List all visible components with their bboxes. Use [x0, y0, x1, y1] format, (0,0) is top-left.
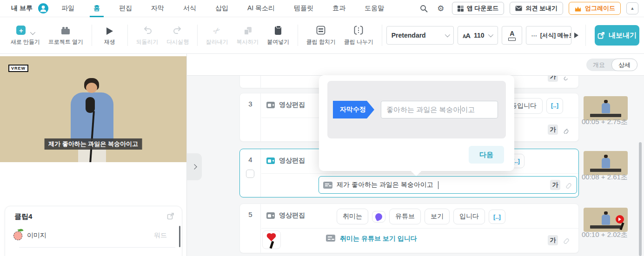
app-download-button[interactable]: 앱 다운로드 [452, 2, 505, 15]
video-clip-icon [266, 102, 275, 108]
app-grid-icon [458, 6, 464, 12]
format-menu-button[interactable]: ⋯ [서식] 메뉴로 [526, 26, 571, 45]
view-mode-switch: 개요 상세 [586, 59, 637, 71]
menu-edit[interactable]: 편집 [118, 0, 133, 17]
style-button[interactable]: 가 [548, 125, 558, 135]
row-number-cell [240, 76, 261, 88]
menu-effects[interactable]: 효과 [332, 0, 346, 17]
redo-button: 다시실행 [162, 25, 193, 46]
video-preview[interactable]: VREW 제가 좋아하는 과일은 복숭아이고 [0, 56, 186, 162]
redo-icon [173, 26, 183, 35]
subtitle-text[interactable]: 취미는 유튜브 보기 입니다 [340, 235, 417, 243]
copy-icon [244, 27, 252, 35]
inserted-image-thumbnail[interactable] [262, 230, 281, 249]
font-family-select[interactable]: Pretendard [386, 26, 454, 45]
toolbar-divider [382, 25, 382, 46]
menubar: 내 브루 파일 홈 편집 자막 서식 삽입 AI 목소리 템플릿 효과 도움말 … [0, 0, 644, 17]
word-chip[interactable]: 보기 [425, 209, 450, 224]
clip-thumbnail-3[interactable] [584, 96, 628, 120]
clip-thumbnail-5[interactable] [584, 208, 628, 232]
menu-file[interactable]: 파일 [60, 0, 75, 17]
row-number: 3 [240, 100, 261, 108]
peach-image-icon [13, 231, 22, 240]
thumbnail-time: 00:10 + 2.02초 [582, 230, 633, 239]
word-chip[interactable]: 입니다 [453, 209, 485, 224]
broken-link-icon[interactable] [564, 181, 572, 189]
thumbnail-time: 00:05 + 2.75초 [582, 118, 633, 126]
toolbar-more-arrow[interactable] [574, 33, 578, 38]
list-header: 개요 상세 [187, 54, 644, 76]
paste-icon [275, 26, 281, 35]
word-chips: 취미는 유튜브 보기 입니다 [..] [337, 209, 505, 224]
next-button[interactable]: 다음 [469, 146, 504, 164]
send-feedback-button[interactable]: 의견 보내기 [510, 2, 563, 15]
upgrade-button[interactable]: 업그레이드 [569, 2, 621, 15]
word-chip[interactable]: 취미는 [337, 209, 368, 224]
export-button[interactable]: 내보내기 [595, 25, 639, 46]
chevron-down-icon[interactable] [30, 30, 35, 35]
menu-template[interactable]: 템플릿 [293, 0, 314, 17]
new-project-button[interactable]: + 새로 만들기 [7, 25, 44, 46]
play-icon [106, 27, 113, 35]
external-link-icon[interactable] [167, 212, 174, 220]
tab-overview[interactable]: 개요 [586, 61, 611, 69]
style-button[interactable]: 가 [548, 76, 558, 82]
style-button[interactable]: 가 [550, 180, 560, 190]
clip-type: 영상편집 [266, 157, 305, 165]
pause-chip[interactable]: [..] [546, 98, 563, 114]
split-clip-button[interactable]: 클립 나누기 [340, 25, 378, 46]
menu-format[interactable]: 서식 [182, 0, 197, 17]
crown-icon [574, 6, 582, 12]
link-icon[interactable] [562, 76, 570, 81]
menubar-right: ⚙ 앱 다운로드 의견 보내기 업그레이드 ▲ [418, 2, 638, 15]
font-size-icon: AA [463, 32, 470, 39]
cut-button: ✂ 잘라내기 [202, 25, 232, 46]
link-icon[interactable] [562, 126, 570, 134]
menu-insert[interactable]: 삽입 [214, 0, 229, 17]
list-scrollbar[interactable] [639, 142, 642, 256]
video-subtitle-overlay: 제가 좋아하는 과일은 복숭아이고 [44, 138, 142, 150]
font-color-button[interactable]: A [502, 26, 522, 45]
thumbnail-time: 00:08 + 2.61초 [582, 173, 633, 182]
settings-gear-icon[interactable]: ⚙ [435, 3, 446, 14]
row-checkbox[interactable] [246, 170, 254, 178]
broken-link-icon[interactable] [562, 236, 570, 244]
font-size-select[interactable]: AA 110 [458, 26, 498, 45]
menu-items: 파일 홈 편집 자막 서식 삽입 AI 목소리 템플릿 효과 도움말 [60, 0, 385, 17]
menu-home[interactable]: 홈 [93, 0, 101, 17]
collapse-toolbar-button[interactable]: ▲ [626, 2, 638, 14]
undo-button: 되돌리기 [132, 25, 163, 46]
video-clip-icon [266, 212, 275, 219]
clip-image-item[interactable]: 이미지 워드 [13, 228, 175, 243]
subtitle-edit-popup: 자막수정 좋아하는 과일은 복숭아 이고 다음 [319, 75, 514, 171]
play-button[interactable]: 재생 [96, 25, 123, 46]
word-chip[interactable]: 유튜브 [389, 209, 421, 224]
subtitle-icon [323, 182, 332, 189]
tab-detail[interactable]: 상세 [611, 59, 637, 71]
chevron-down-icon [488, 32, 493, 37]
card-scrollbar[interactable] [179, 226, 180, 247]
panel-expander[interactable] [187, 153, 202, 180]
clip-type: 영상편집 [266, 211, 305, 220]
menu-help[interactable]: 도움말 [364, 0, 385, 17]
clip-card-title: 클립4 [14, 212, 32, 221]
divider [261, 173, 578, 174]
user-avatar[interactable] [38, 3, 48, 13]
search-icon[interactable] [418, 3, 430, 14]
menu-ai-voice[interactable]: AI 목소리 [246, 0, 276, 17]
clip-thumbnail-4[interactable] [584, 151, 628, 175]
mail-icon [515, 6, 522, 11]
merge-clips-button[interactable]: 클립 합치기 [302, 25, 340, 46]
pause-chip[interactable]: [..] [489, 210, 505, 224]
toolbar-divider [92, 25, 92, 46]
paste-button[interactable]: 붙여넣기 [263, 25, 293, 46]
subtitle-tools: 가 [548, 235, 570, 245]
image-word-chip[interactable] [372, 211, 385, 223]
open-project-button[interactable]: 프로젝트 열기 [44, 25, 87, 46]
subtitle-edit-input[interactable]: 제가 좋아하는 과일은 복숭아이고 가 [319, 176, 577, 194]
style-button[interactable]: 가 [548, 235, 558, 245]
text-cursor [438, 181, 438, 189]
clip-row-5[interactable]: 5 영상편집 취미는 유튜브 보기 입니다 [..] 취미는 유튜브 보기 입니… [239, 203, 579, 253]
menu-subtitle[interactable]: 자막 [150, 0, 165, 17]
popup-subtitle-input[interactable]: 좋아하는 과일은 복숭아 이고 [381, 101, 498, 118]
